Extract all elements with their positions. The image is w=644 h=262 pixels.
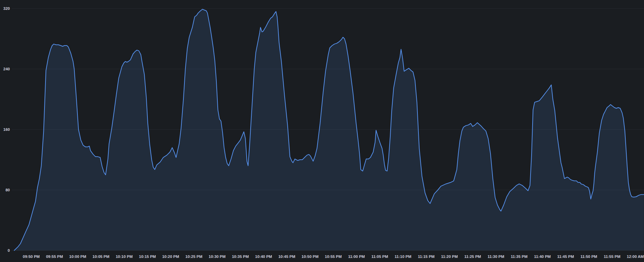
x-tick-label: 10:15 PM: [139, 255, 156, 259]
time-series-panel: 080160240320 09:50 PM09:55 PM10:00 PM10:…: [0, 0, 644, 262]
x-tick-label: 10:35 PM: [232, 255, 249, 259]
x-tick-label: 10:20 PM: [162, 255, 179, 259]
x-tick-label: 11:00 PM: [348, 255, 365, 259]
time-series-chart[interactable]: 080160240320 09:50 PM09:55 PM10:00 PM10:…: [0, 0, 644, 262]
series-area-layer: [14, 9, 644, 250]
y-tick-label: 160: [3, 127, 10, 132]
y-tick-label: 320: [3, 6, 10, 11]
x-tick-label: 09:50 PM: [23, 255, 40, 259]
x-tick-label: 10:10 PM: [116, 255, 133, 259]
x-tick-label: 10:05 PM: [92, 255, 109, 259]
x-tick-label: 11:55 PM: [604, 255, 620, 259]
x-tick-label: 11:05 PM: [371, 255, 388, 259]
y-axis-tick-labels: 080160240320: [3, 6, 10, 252]
x-tick-label: 09:55 PM: [46, 255, 63, 259]
x-tick-label: 11:25 PM: [464, 255, 481, 259]
x-tick-label: 10:00 PM: [69, 255, 86, 259]
x-tick-label: 11:40 PM: [534, 255, 551, 259]
x-tick-label: 10:55 PM: [325, 255, 342, 259]
x-tick-label: 11:15 PM: [418, 255, 434, 259]
x-tick-label: 11:45 PM: [557, 255, 574, 259]
x-tick-label: 11:10 PM: [395, 255, 411, 259]
y-tick-label: 0: [8, 248, 10, 252]
x-tick-label: 10:25 PM: [185, 255, 202, 259]
x-tick-label: 12:00 AM: [627, 255, 644, 259]
x-tick-label: 10:50 PM: [302, 255, 319, 259]
y-tick-label: 80: [5, 188, 10, 192]
x-axis-tick-labels: 09:50 PM09:55 PM10:00 PM10:05 PM10:10 PM…: [23, 255, 644, 259]
x-tick-label: 10:40 PM: [255, 255, 272, 259]
x-tick-label: 11:50 PM: [580, 255, 597, 259]
x-tick-label: 11:35 PM: [511, 255, 527, 259]
y-tick-label: 240: [3, 67, 10, 71]
x-tick-label: 10:30 PM: [209, 255, 226, 259]
x-tick-label: 11:20 PM: [441, 255, 458, 259]
x-tick-label: 10:45 PM: [278, 255, 295, 259]
series-area: [14, 9, 644, 250]
x-tick-label: 11:30 PM: [487, 255, 504, 259]
